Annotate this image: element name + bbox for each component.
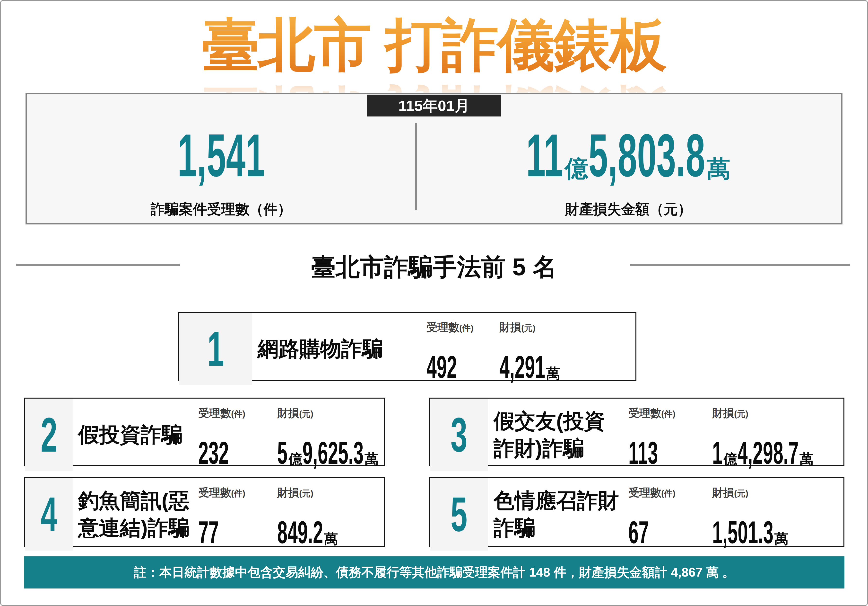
rank-number: 4 [40, 490, 57, 539]
rank-number: 3 [451, 410, 468, 459]
rank-number: 2 [40, 410, 57, 459]
cases-column-value: 492 [426, 349, 499, 385]
cases-stat: 1,541 詐騙案件受理數（件） [27, 94, 415, 223]
cases-column-header: 受理數(件) [628, 406, 712, 421]
fraud-name-cell: 假投資詐騙 [73, 399, 198, 471]
fraud-name: 色情應召詐財詐騙 [493, 487, 623, 542]
wan-unit: 萬 [707, 157, 730, 180]
cases-column-value: 232 [198, 435, 277, 471]
ranking-section-title: 臺北市詐騙手法前 5 名 [0, 251, 868, 284]
note-text: 註：本日統計數據中包含交易糾紛、債務不履行等其他詐騙受理案件計 148 件，財產… [134, 564, 735, 581]
yi-unit: 億 [288, 452, 302, 466]
page-title: 臺北市 打詐儀錶板 [202, 10, 666, 80]
loss-column-value: 5億9,625.3萬 [277, 435, 384, 471]
loss-column: 財損(元) 4,291萬 [499, 313, 636, 385]
loss-column-value: 4,291萬 [499, 349, 636, 385]
page-header: 臺北市 打詐儀錶板 [0, 10, 868, 80]
summary-panel: 115年01月 1,541 詐騙案件受理數（件） 11億5,803.8萬 財產損… [25, 93, 843, 224]
rank-block: 1 [179, 313, 252, 385]
fraud-name: 網路購物詐騙 [257, 336, 383, 363]
loss-column-header: 財損(元) [277, 485, 384, 500]
loss-column-header: 財損(元) [712, 485, 843, 500]
cases-column: 受理數(件) 67 [628, 478, 712, 550]
period-badge: 115年01月 [367, 95, 501, 117]
cases-column: 受理數(件) 77 [198, 478, 277, 550]
ranking-card-4: 4 釣魚簡訊(惡意連結)詐騙 受理數(件) 77 財損(元) 849.2萬 [24, 477, 385, 547]
loss-column: 財損(元) 1億4,298.7萬 [712, 399, 843, 471]
wan-unit: 萬 [800, 452, 813, 466]
loss-column-value: 1億4,298.7萬 [712, 435, 843, 471]
cases-column-header: 受理數(件) [198, 485, 277, 500]
note-bar: 註：本日統計數據中包含交易糾紛、債務不履行等其他詐騙受理案件計 148 件，財產… [24, 556, 845, 589]
wan-unit: 萬 [775, 532, 788, 546]
ranking-card-2: 2 假投資詐騙 受理數(件) 232 財損(元) 5億9,625.3萬 [24, 398, 385, 466]
fraud-name-cell: 色情應召詐財詐騙 [488, 478, 628, 550]
cases-column-header: 受理數(件) [628, 485, 712, 500]
rank-block: 5 [430, 478, 488, 550]
fraud-name-cell: 假交友(投資詐財)詐騙 [488, 399, 628, 471]
rank-block: 3 [430, 399, 488, 471]
cases-total-label: 詐騙案件受理數（件） [27, 200, 415, 219]
loss-column-value: 1,501.3萬 [712, 514, 843, 550]
loss-column-value: 849.2萬 [277, 514, 384, 550]
loss-total-label: 財產損失金額（元） [415, 200, 841, 219]
loss-column: 財損(元) 1,501.3萬 [712, 478, 843, 550]
cases-column: 受理數(件) 113 [628, 399, 712, 471]
wan-unit: 萬 [546, 367, 560, 380]
cases-column-value: 113 [628, 435, 712, 471]
ranking-card-1: 1 網路購物詐騙 受理數(件) 492 財損(元) 4,291萬 [178, 312, 636, 381]
fraud-name: 假投資詐騙 [78, 421, 183, 448]
cases-total-value: 1,541 [27, 125, 415, 187]
rank-number: 5 [451, 490, 468, 539]
cases-column-value: 67 [628, 514, 712, 550]
yi-unit: 億 [724, 452, 737, 466]
cases-column: 受理數(件) 492 [426, 313, 499, 385]
loss-column-header: 財損(元) [277, 406, 384, 421]
fraud-name-cell: 釣魚簡訊(惡意連結)詐騙 [73, 478, 198, 550]
loss-column: 財損(元) 849.2萬 [277, 478, 384, 550]
cases-column-header: 受理數(件) [426, 320, 499, 335]
fraud-name: 釣魚簡訊(惡意連結)詐騙 [78, 487, 192, 542]
loss-column-header: 財損(元) [712, 406, 843, 421]
rank-block: 4 [25, 478, 73, 550]
wan-unit: 萬 [364, 452, 378, 466]
cases-column-header: 受理數(件) [198, 406, 277, 421]
rank-block: 2 [25, 399, 73, 471]
fraud-name-cell: 網路購物詐騙 [252, 313, 426, 385]
ranking-card-3: 3 假交友(投資詐財)詐騙 受理數(件) 113 財損(元) 1億4,298.7… [429, 398, 845, 466]
loss-column: 財損(元) 5億9,625.3萬 [277, 399, 384, 471]
cases-column-value: 77 [198, 514, 277, 550]
rank-number: 1 [207, 325, 224, 373]
fraud-name: 假交友(投資詐財)詐騙 [493, 407, 623, 462]
cases-column: 受理數(件) 232 [198, 399, 277, 471]
ranking-card-5: 5 色情應召詐財詐騙 受理數(件) 67 財損(元) 1,501.3萬 [429, 477, 845, 547]
loss-column-header: 財損(元) [499, 320, 636, 335]
yi-unit: 億 [565, 157, 588, 180]
wan-unit: 萬 [324, 532, 338, 546]
loss-total-value: 11億5,803.8萬 [415, 125, 841, 187]
